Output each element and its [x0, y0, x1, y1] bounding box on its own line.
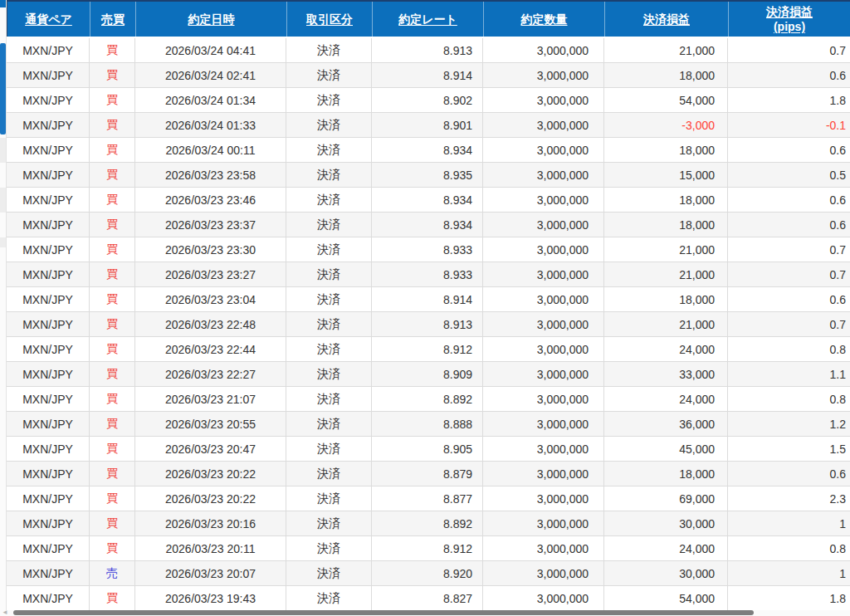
cell-currency-pair: MXN/JPY — [7, 138, 90, 162]
cell-execution-quantity: 3,000,000 — [483, 312, 604, 336]
cell-execution-rate: 8.902 — [372, 88, 483, 112]
cell-settlement-pl-pips: 1 — [728, 511, 850, 535]
horizontal-scrollbar[interactable]: ◄ — [0, 610, 850, 616]
vertical-scrollbar[interactable] — [0, 0, 7, 610]
cell-trade-type: 決済 — [286, 38, 372, 62]
cell-execution-quantity: 3,000,000 — [483, 163, 604, 187]
cell-execution-rate: 8.934 — [372, 213, 483, 237]
cell-execution-quantity: 3,000,000 — [483, 237, 604, 262]
scroll-left-arrow-icon[interactable]: ◄ — [1, 609, 9, 616]
table-row[interactable]: MXN/JPY 買 2026/03/23 20:55 決済 8.888 3,00… — [7, 412, 850, 437]
cell-execution-quantity: 3,000,000 — [483, 362, 604, 386]
cell-execution-quantity: 3,000,000 — [483, 387, 604, 411]
column-header-execution-rate[interactable]: 約定レート — [373, 2, 484, 37]
cell-execution-quantity: 3,000,000 — [483, 287, 604, 311]
column-header-execution-datetime[interactable]: 約定日時 — [136, 2, 287, 37]
cell-execution-datetime: 2026/03/23 23:37 — [135, 213, 286, 237]
cell-trade-type: 決済 — [286, 586, 372, 610]
table-row[interactable]: MXN/JPY 買 2026/03/24 00:11 決済 8.934 3,00… — [7, 138, 850, 163]
cell-execution-rate: 8.934 — [372, 138, 483, 162]
cell-currency-pair: MXN/JPY — [7, 213, 90, 237]
vertical-scrollbar-thumb[interactable] — [0, 43, 6, 134]
cell-trade-type: 決済 — [286, 88, 372, 112]
cell-execution-rate: 8.912 — [372, 337, 483, 361]
table-row[interactable]: MXN/JPY 買 2026/03/24 01:34 決済 8.902 3,00… — [7, 88, 850, 113]
table-row[interactable]: MXN/JPY 買 2026/03/23 22:44 決済 8.912 3,00… — [7, 337, 850, 362]
cell-execution-datetime: 2026/03/23 23:30 — [135, 237, 286, 262]
cell-currency-pair: MXN/JPY — [7, 113, 90, 137]
cell-execution-quantity: 3,000,000 — [483, 412, 604, 436]
table-row[interactable]: MXN/JPY 買 2026/03/23 22:48 決済 8.913 3,00… — [7, 312, 850, 337]
cell-buy-sell: 買 — [90, 511, 135, 535]
table-row[interactable]: MXN/JPY 買 2026/03/23 23:27 決済 8.933 3,00… — [7, 262, 850, 287]
table-row[interactable]: MXN/JPY 買 2026/03/23 20:47 決済 8.905 3,00… — [7, 437, 850, 462]
cell-settlement-pl: 24,000 — [604, 387, 728, 411]
cell-execution-rate: 8.933 — [372, 237, 483, 262]
cell-settlement-pl: 18,000 — [604, 188, 728, 212]
cell-execution-rate: 8.909 — [372, 362, 483, 386]
table-row[interactable]: MXN/JPY 買 2026/03/23 22:27 決済 8.909 3,00… — [7, 362, 850, 387]
cell-settlement-pl: 36,000 — [604, 412, 728, 436]
table-row[interactable]: MXN/JPY 買 2026/03/23 19:43 決済 8.827 3,00… — [7, 586, 850, 611]
cell-trade-type: 決済 — [286, 412, 372, 436]
cell-trade-type: 決済 — [286, 188, 372, 212]
cell-trade-type: 決済 — [286, 312, 372, 336]
cell-execution-quantity: 3,000,000 — [483, 38, 604, 62]
cell-currency-pair: MXN/JPY — [7, 536, 90, 560]
table-row[interactable]: MXN/JPY 買 2026/03/23 20:16 決済 8.892 3,00… — [7, 511, 850, 536]
cell-currency-pair: MXN/JPY — [7, 63, 90, 87]
column-header-trade-type[interactable]: 取引区分 — [287, 2, 373, 37]
cell-execution-rate: 8.933 — [372, 262, 483, 286]
table-row[interactable]: MXN/JPY 買 2026/03/24 01:33 決済 8.901 3,00… — [7, 113, 850, 138]
cell-execution-rate: 8.877 — [372, 486, 483, 511]
cell-trade-type: 決済 — [286, 511, 372, 535]
cell-settlement-pl: 18,000 — [604, 462, 728, 486]
table-row[interactable]: MXN/JPY 買 2026/03/23 23:37 決済 8.934 3,00… — [7, 213, 850, 237]
column-header-currency-pair[interactable]: 通貨ペア — [7, 2, 90, 37]
column-header-settlement-pl-pips[interactable]: 決済損益 (pips) — [729, 2, 850, 37]
cell-trade-type: 決済 — [286, 536, 372, 560]
cell-buy-sell: 買 — [90, 63, 135, 87]
table-row[interactable]: MXN/JPY 売 2026/03/23 20:07 決済 8.920 3,00… — [7, 561, 850, 586]
cell-settlement-pl-pips: 0.7 — [728, 38, 850, 62]
table-row[interactable]: MXN/JPY 買 2026/03/23 23:04 決済 8.914 3,00… — [7, 287, 850, 312]
cell-trade-type: 決済 — [286, 362, 372, 386]
table-row[interactable]: MXN/JPY 買 2026/03/23 21:07 決済 8.892 3,00… — [7, 387, 850, 412]
cell-settlement-pl-pips: 0.8 — [728, 387, 850, 411]
cell-execution-quantity: 3,000,000 — [483, 113, 604, 137]
cell-execution-rate: 8.892 — [372, 387, 483, 411]
cell-execution-rate: 8.892 — [372, 511, 483, 535]
cell-buy-sell: 買 — [90, 337, 135, 361]
cell-execution-rate: 8.914 — [372, 287, 483, 311]
table-row[interactable]: MXN/JPY 買 2026/03/24 04:41 決済 8.913 3,00… — [7, 38, 850, 63]
vertical-scrollbar-track-segment — [0, 138, 6, 163]
cell-trade-type: 決済 — [286, 138, 372, 162]
cell-execution-quantity: 3,000,000 — [483, 262, 604, 286]
cell-trade-type: 決済 — [286, 337, 372, 361]
cell-currency-pair: MXN/JPY — [7, 511, 90, 535]
vertical-scrollbar-cap — [0, 0, 6, 7]
table-row[interactable]: MXN/JPY 買 2026/03/23 20:22 決済 8.877 3,00… — [7, 486, 850, 511]
column-header-buy-sell[interactable]: 売買 — [90, 2, 136, 37]
table-row[interactable]: MXN/JPY 買 2026/03/23 23:58 決済 8.935 3,00… — [7, 163, 850, 188]
table-row[interactable]: MXN/JPY 買 2026/03/23 20:11 決済 8.912 3,00… — [7, 536, 850, 561]
horizontal-scrollbar-thumb[interactable] — [13, 610, 754, 615]
trade-history-table: 通貨ペア 売買 約定日時 取引区分 約定レート 約定数量 決済損益 決済損益 (… — [7, 0, 850, 611]
table-row[interactable]: MXN/JPY 買 2026/03/23 23:46 決済 8.934 3,00… — [7, 188, 850, 213]
cell-currency-pair: MXN/JPY — [7, 287, 90, 311]
cell-buy-sell: 買 — [90, 138, 135, 162]
table-row[interactable]: MXN/JPY 買 2026/03/23 20:22 決済 8.879 3,00… — [7, 462, 850, 486]
cell-buy-sell: 買 — [90, 88, 135, 112]
vertical-scrollbar-track-segment — [0, 237, 6, 247]
cell-trade-type: 決済 — [286, 462, 372, 486]
cell-settlement-pl-pips: -0.1 — [728, 113, 850, 137]
column-header-settlement-pl[interactable]: 決済損益 — [605, 2, 729, 37]
cell-trade-type: 決済 — [286, 486, 372, 511]
column-header-execution-quantity[interactable]: 約定数量 — [484, 2, 605, 37]
table-row[interactable]: MXN/JPY 買 2026/03/24 02:41 決済 8.914 3,00… — [7, 63, 850, 88]
cell-currency-pair: MXN/JPY — [7, 188, 90, 212]
cell-currency-pair: MXN/JPY — [7, 437, 90, 461]
cell-settlement-pl: 18,000 — [604, 63, 728, 87]
cell-settlement-pl-pips: 0.6 — [728, 287, 850, 311]
table-row[interactable]: MXN/JPY 買 2026/03/23 23:30 決済 8.933 3,00… — [7, 237, 850, 262]
